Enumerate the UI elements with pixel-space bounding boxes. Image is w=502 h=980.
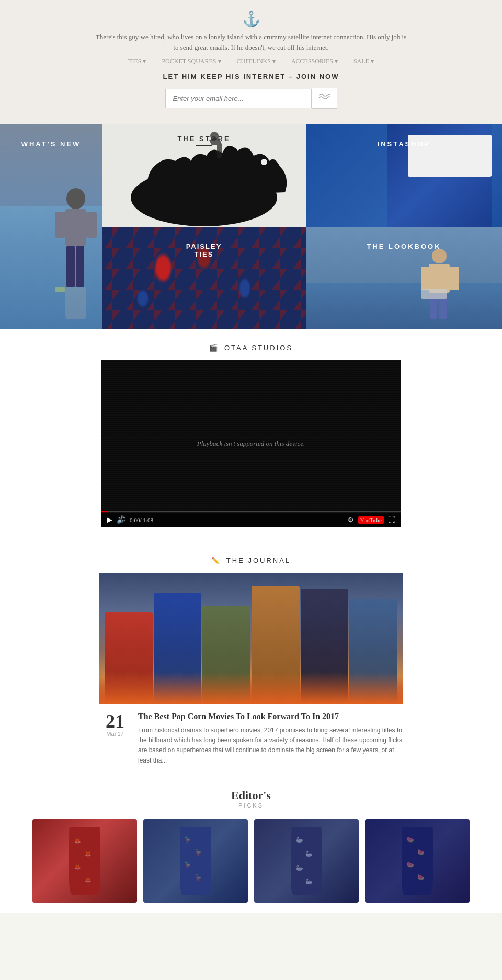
nav-sale[interactable]: SALE ▾	[353, 57, 374, 65]
article-title[interactable]: The Best Pop Corn Movies To Look Forward…	[138, 712, 403, 721]
pick-tie-2: 🦆 🦆 🦆 🦆	[180, 827, 211, 895]
svg-point-9	[261, 159, 267, 165]
youtube-icon[interactable]: YouTube	[358, 516, 384, 524]
instashop-cell[interactable]: INSTASHOP	[306, 124, 502, 227]
clapper-icon: 🎬	[209, 344, 219, 352]
pick-tie-4: 🍉 🍉 🍉 🍉	[402, 827, 433, 895]
email-form	[10, 88, 492, 109]
studios-section: 🎬 OTAA STUDIOS Playback isn't supported …	[0, 329, 502, 542]
settings-icon[interactable]: ⚙	[348, 516, 354, 524]
editors-picks-title: Editor's	[0, 789, 502, 802]
svg-text:🦆: 🦆	[195, 848, 202, 856]
nav-bar: TIES ▾ POCKET SQUARES ▾ CUFFLINKS ▾ ACCE…	[10, 57, 492, 65]
journal-title-bar: ✏️ THE JOURNAL	[0, 557, 502, 564]
whats-new-label: WHAT'S NEW	[0, 140, 102, 151]
pen-icon: ✏️	[211, 557, 221, 564]
pick-item-1[interactable]: 🦊 🦊 🦊 🦊	[32, 819, 137, 903]
svg-rect-28	[291, 827, 322, 895]
svg-rect-13	[421, 267, 430, 290]
anchor-icon: ⚓	[10, 10, 492, 28]
pick-item-4[interactable]: 🍉 🍉 🍉 🍉	[365, 819, 470, 903]
svg-text:🦢: 🦢	[305, 850, 313, 857]
journal-hero-image	[99, 573, 403, 704]
article-day: 21	[99, 712, 131, 731]
svg-text:🍉: 🍉	[417, 873, 425, 881]
article-content: The Best Pop Corn Movies To Look Forward…	[138, 712, 403, 766]
picks-row: 🦊 🦊 🦊 🦊 🦆 🦆 🦆 🦆	[0, 819, 502, 903]
svg-rect-4	[66, 246, 75, 287]
article-excerpt: From historical dramas to superhero movi…	[138, 725, 403, 766]
email-submit-button[interactable]	[312, 88, 337, 109]
nav-ties[interactable]: TIES ▾	[128, 57, 146, 65]
svg-text:🦢: 🦢	[296, 864, 303, 871]
the-store-label: THE STORE	[102, 135, 306, 146]
svg-rect-5	[76, 246, 84, 287]
svg-point-0	[66, 188, 85, 209]
journal-title-text: THE JOURNAL	[226, 557, 291, 564]
the-store-cell[interactable]: THE STORE	[102, 124, 306, 227]
svg-rect-3	[86, 212, 97, 238]
pick-tie-3: 🦢 🦢 🦢 🦢	[291, 827, 322, 895]
svg-rect-18	[69, 827, 100, 895]
man-silhouette	[34, 183, 97, 329]
svg-text:🍉: 🍉	[417, 848, 425, 856]
paisley-ties-cell[interactable]: PAISLEYTIES	[102, 227, 306, 329]
paisley-ties-label: PAISLEYTIES	[102, 243, 306, 261]
article-date: 21 Mar'17	[99, 712, 131, 737]
svg-text:🦢: 🦢	[305, 878, 313, 885]
svg-rect-7	[65, 287, 86, 319]
svg-rect-1	[65, 209, 86, 246]
svg-rect-2	[55, 212, 65, 238]
pick-item-3[interactable]: 🦢 🦢 🦢 🦢	[254, 819, 359, 903]
svg-text:🦆: 🦆	[195, 873, 202, 881]
studios-title: 🎬 OTAA STUDIOS	[0, 344, 502, 352]
svg-rect-12	[429, 264, 450, 293]
svg-text:🦆: 🦆	[184, 836, 191, 843]
play-button[interactable]: ▶	[107, 515, 112, 524]
journal-article: 21 Mar'17 The Best Pop Corn Movies To Lo…	[99, 704, 403, 774]
pick-tie-1: 🦊 🦊 🦊 🦊	[69, 827, 100, 895]
join-headline: LET HIM KEEP HIS INTERNET – JOIN NOW	[10, 73, 492, 80]
duck2-tie-pattern: 🦢 🦢 🦢 🦢	[291, 827, 322, 895]
whats-new-cell[interactable]: WHAT'S NEW	[0, 124, 102, 329]
lookbook-cell[interactable]: THE LOOKBOOK	[306, 227, 502, 329]
fullscreen-button[interactable]: ⛶	[388, 516, 395, 524]
svg-text:🦢: 🦢	[296, 836, 303, 843]
email-input[interactable]	[165, 89, 312, 108]
instashop-label: INSTASHOP	[306, 140, 502, 151]
journal-section: ✏️ THE JOURNAL 21 Mar'17 The Best Pop Co…	[0, 542, 502, 774]
video-player[interactable]: Playback isn't supported on this device.…	[101, 360, 401, 527]
nav-accessories[interactable]: ACCESSORIES ▾	[291, 57, 338, 65]
lookbook-label: THE LOOKBOOK	[306, 243, 502, 253]
waves-icon	[318, 93, 330, 101]
watermelon-tie-pattern: 🍉 🍉 🍉 🍉	[402, 827, 433, 895]
svg-text:🍉: 🍉	[407, 861, 414, 868]
nav-pocket-squares[interactable]: POCKET SQUARES ▾	[162, 57, 221, 65]
image-grid: WHAT'S NEW THE STORE	[0, 124, 502, 329]
svg-text:🍉: 🍉	[407, 836, 414, 843]
nav-cufflinks[interactable]: CUFFLINKS ▾	[237, 57, 276, 65]
svg-rect-14	[450, 267, 459, 290]
editors-picks-subtitle: PICKS	[0, 802, 502, 809]
duck-tie-pattern: 🦆 🦆 🦆 🦆	[180, 827, 211, 895]
lookbook-man	[408, 246, 460, 324]
svg-text:🦆: 🦆	[184, 861, 191, 868]
studios-title-text: OTAA STUDIOS	[224, 344, 293, 352]
newsletter-description: There's this guy we hired, who lives on …	[94, 32, 408, 52]
svg-rect-33	[402, 827, 433, 895]
newsletter-section: ⚓ There's this guy we hired, who lives o…	[0, 0, 502, 124]
editors-picks-section: Editor's PICKS 🦊 🦊 🦊 🦊	[0, 774, 502, 913]
video-unsupported-message: Playback isn't supported on this device.	[197, 440, 305, 448]
mute-button[interactable]: 🔊	[117, 515, 126, 524]
svg-text:🦊: 🦊	[85, 850, 92, 857]
svg-text:🦊: 🦊	[85, 877, 92, 883]
svg-text:🦊: 🦊	[74, 863, 81, 870]
video-controls[interactable]: ▶ 🔊 0:00/ 1:08 ⚙ YouTube ⛶	[101, 512, 401, 527]
pick-item-2[interactable]: 🦆 🦆 🦆 🦆	[143, 819, 248, 903]
svg-text:🦊: 🦊	[74, 837, 81, 844]
video-time: 0:00/ 1:08	[130, 517, 153, 523]
article-month: Mar'17	[99, 731, 131, 737]
fox-tie-pattern: 🦊 🦊 🦊 🦊	[69, 827, 100, 895]
svg-rect-6	[55, 287, 65, 292]
svg-rect-17	[421, 289, 447, 299]
